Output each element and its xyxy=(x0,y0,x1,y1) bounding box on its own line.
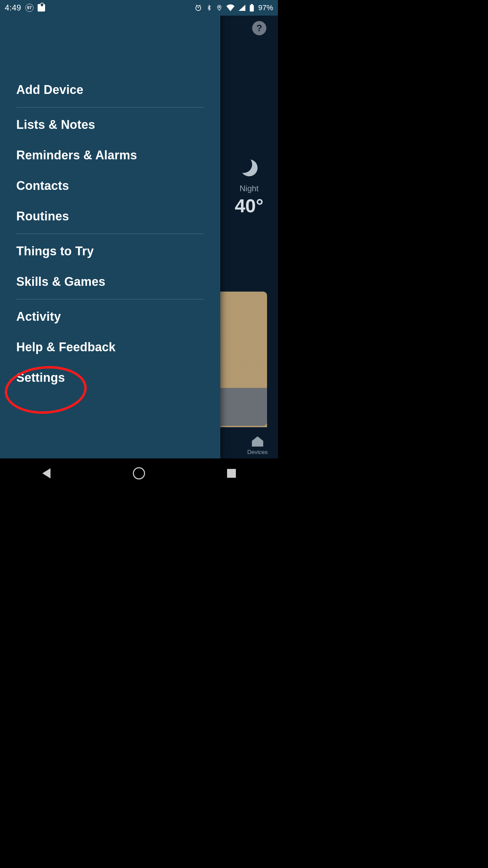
menu-item-contacts[interactable]: Contacts xyxy=(16,171,204,201)
recent-icon xyxy=(227,469,236,478)
status-clock: 4:49 xyxy=(5,3,21,13)
menu-item-lists-notes[interactable]: Lists & Notes xyxy=(16,110,204,140)
weather-period-label: Night xyxy=(240,184,259,193)
status-location-icon xyxy=(216,4,222,12)
side-drawer: Add Device Lists & Notes Reminders & Ala… xyxy=(0,0,220,458)
status-wifi-icon xyxy=(226,4,235,11)
menu-item-help-feedback[interactable]: Help & Feedback xyxy=(16,332,204,362)
status-battery-percent: 97% xyxy=(258,3,273,12)
drawer-menu: Add Device Lists & Notes Reminders & Ala… xyxy=(0,75,220,393)
svg-rect-3 xyxy=(251,4,253,5)
menu-item-routines[interactable]: Routines xyxy=(16,201,204,234)
nav-home-button[interactable] xyxy=(133,467,145,480)
status-speed-badge-icon: 97 xyxy=(25,4,34,12)
android-nav-bar xyxy=(0,458,278,488)
weather-widget: Night 40° xyxy=(220,159,278,217)
menu-item-activity[interactable]: Activity xyxy=(16,301,204,332)
status-maps-icon xyxy=(38,4,45,12)
status-alarm-add-icon xyxy=(195,4,202,12)
status-bluetooth-icon xyxy=(206,4,212,12)
moon-icon xyxy=(241,159,258,176)
nav-recent-button[interactable] xyxy=(225,467,238,480)
svg-point-0 xyxy=(196,6,201,11)
help-icon[interactable]: ? xyxy=(252,21,266,35)
menu-item-reminders-alarms[interactable]: Reminders & Alarms xyxy=(16,140,204,171)
nav-back-button[interactable] xyxy=(40,467,53,480)
menu-item-settings[interactable]: Settings xyxy=(16,362,204,393)
weather-temperature: 40° xyxy=(235,195,264,217)
content-card-footer xyxy=(218,388,267,426)
home-icon xyxy=(133,467,145,479)
tab-devices[interactable]: Devices xyxy=(247,435,268,456)
tab-devices-label: Devices xyxy=(247,449,268,456)
menu-item-add-device[interactable]: Add Device xyxy=(16,75,204,107)
menu-item-skills-games[interactable]: Skills & Games xyxy=(16,267,204,299)
menu-item-things-to-try[interactable]: Things to Try xyxy=(16,236,204,267)
back-icon xyxy=(42,468,50,478)
status-battery-icon xyxy=(249,4,254,12)
svg-rect-2 xyxy=(250,5,254,12)
svg-point-1 xyxy=(219,6,220,8)
status-cell-signal-icon xyxy=(239,5,245,11)
status-bar: 4:49 97 97% xyxy=(0,0,278,16)
